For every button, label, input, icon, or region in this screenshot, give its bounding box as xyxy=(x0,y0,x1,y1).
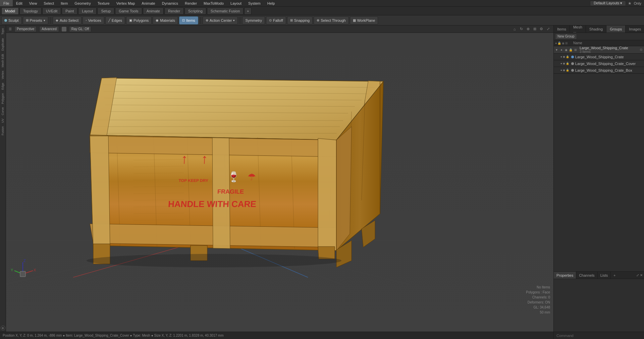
raygl-button[interactable]: Ray GL: Off xyxy=(69,26,92,32)
menu-view[interactable]: View xyxy=(26,0,41,6)
vertices-button[interactable]: ◦ Vertices xyxy=(83,16,104,24)
action-center-button[interactable]: ⊕ Action Center ▾ xyxy=(203,16,238,24)
channels-stat: Channels: 0 xyxy=(526,295,550,300)
sidebar-tab-vertex[interactable]: Vertex xyxy=(0,69,6,81)
right-tab-images[interactable]: Images xyxy=(626,25,644,32)
menu-select[interactable]: Select xyxy=(40,0,57,6)
symmetry-button[interactable]: Symmetry xyxy=(242,16,265,24)
group-render-icon: ◉ xyxy=(564,48,568,52)
select-through-button[interactable]: ⊗ Select Through xyxy=(314,16,348,24)
viewport-zoom-icon[interactable]: ⊕ xyxy=(525,26,531,32)
rb-icon-popout[interactable]: ⤢ xyxy=(636,273,639,277)
presets-button[interactable]: ⊞ Presets ▾ xyxy=(23,16,48,24)
menu-vertex-map[interactable]: Vertex Map xyxy=(113,0,139,6)
tab-model[interactable]: Model xyxy=(1,7,19,15)
snapping-icon: ⊞ xyxy=(290,18,293,22)
viewport-stats: No Items Polygons : Face Channels: 0 Def… xyxy=(526,285,550,315)
menu-bar: File Edit View Select Item Geometry Text… xyxy=(0,0,644,7)
tree-item-box[interactable]: ● ◉ 🔒 Large_Wood_Shipping_Crate_Box xyxy=(554,67,644,74)
menu-system[interactable]: System xyxy=(245,0,264,6)
expand-sidebar-button[interactable]: ⊕ xyxy=(1,326,5,330)
tab-topology[interactable]: Topology xyxy=(19,7,42,15)
tab-game-tools[interactable]: Game Tools xyxy=(115,7,142,15)
rb-tab-right-icons: ⤢ ✕ xyxy=(636,273,644,277)
add-tab-button[interactable]: + xyxy=(244,7,252,15)
polygons-stat: Polygons : Face xyxy=(526,290,550,295)
sidebar-tab-mesh-edit[interactable]: Mesh Edit xyxy=(0,53,6,69)
tab-paint[interactable]: Paint xyxy=(62,7,77,15)
rb-tab-lists[interactable]: Lists xyxy=(598,272,611,279)
menu-geometry[interactable]: Geometry xyxy=(71,0,94,6)
rb-tab-add[interactable]: + xyxy=(611,272,618,279)
color-box[interactable] xyxy=(62,27,66,31)
svg-text:☂: ☂ xyxy=(248,172,256,182)
sidebar-tab-duplicate[interactable]: Duplicate xyxy=(0,37,6,52)
materials-button[interactable]: ◉ Materials xyxy=(153,16,178,24)
menu-dynamics[interactable]: Dynamics xyxy=(159,0,181,6)
menu-layout[interactable]: Layout xyxy=(227,0,245,6)
sidebar-tab-fusion[interactable]: Fusion xyxy=(0,125,6,137)
viewport-menu-icon[interactable]: ☰ xyxy=(9,27,12,31)
sidebar-tab-curve[interactable]: Curve xyxy=(0,106,6,117)
viewport[interactable]: ☰ Perspective Advanced Ray GL: Off ⌂ ↻ ⊕… xyxy=(6,25,553,332)
items-button[interactable]: ⊡ Items xyxy=(179,16,198,24)
menu-file[interactable]: File xyxy=(0,0,13,6)
tab-layout[interactable]: Layout xyxy=(78,7,97,15)
perspective-button[interactable]: Perspective xyxy=(14,26,37,32)
viewport-rotate-icon[interactable]: ↻ xyxy=(519,26,524,32)
tab-uvedit[interactable]: UVEdit xyxy=(42,7,61,15)
svg-text:Y: Y xyxy=(11,268,13,272)
sculpt-button[interactable]: Sculpt xyxy=(1,16,22,24)
rb-tab-properties[interactable]: Properties xyxy=(554,272,576,279)
viewport-3d[interactable]: ↑ ↑ 🍷 ☂ FRAGILE TOP KEEP DRY HANDLE WITH… xyxy=(6,33,553,332)
layouts-dropdown[interactable]: Default Layouts ▾ xyxy=(590,1,626,6)
viewport-expand-icon[interactable]: ⤢ xyxy=(545,26,551,32)
menu-maxtomodo[interactable]: MaxToModo xyxy=(200,0,227,6)
workplane-label: WorkPlane xyxy=(357,18,375,22)
tree-item-cover[interactable]: ● ◉ 🔒 Large_Wood_Shipping_Crate_Cover xyxy=(554,60,644,67)
tab-schematic-fusion[interactable]: Schematic Fusion xyxy=(207,7,244,15)
sidebar-tab-uv[interactable]: UV xyxy=(0,117,6,124)
rb-icon-close[interactable]: ✕ xyxy=(640,273,643,277)
right-tab-mesh[interactable]: Mesh ... xyxy=(570,25,586,32)
right-tab-items[interactable]: Items xyxy=(554,25,570,32)
advanced-button[interactable]: Advanced xyxy=(39,26,59,32)
menu-help[interactable]: Help xyxy=(264,0,278,6)
tree-group-large-crate[interactable]: ▼ ● ◉ 🔒 ⊞ Large_Wood_Shipping_Crate 3 It… xyxy=(554,46,644,54)
edges-button[interactable]: ╱ Edges xyxy=(105,16,125,24)
menu-item[interactable]: Item xyxy=(57,0,71,6)
command-bar[interactable]: Command xyxy=(553,332,644,339)
right-bottom-content xyxy=(554,279,644,332)
symmetry-label: Symmetry xyxy=(245,18,262,22)
tab-render[interactable]: Render xyxy=(164,7,184,15)
sidebar-tab-polygon[interactable]: Polygon xyxy=(0,92,6,106)
tree-item-crate[interactable]: ● ◉ 🔒 Large_Wood_Shipping_Crate xyxy=(554,54,644,60)
snapping-button[interactable]: ⊞ Snapping xyxy=(287,16,313,24)
menu-animate[interactable]: Animate xyxy=(138,0,158,6)
menu-render[interactable]: Render xyxy=(181,0,200,6)
tab-animate[interactable]: Animate xyxy=(143,7,164,15)
auto-select-button[interactable]: ◈ Auto Select xyxy=(53,16,82,24)
item-eye-icon-2: ● xyxy=(560,62,562,65)
falloff-button[interactable]: ⊙ Falloff xyxy=(266,16,286,24)
tab-scripting[interactable]: Scripting xyxy=(184,7,206,15)
workplane-button[interactable]: ▦ WorkPlane xyxy=(350,16,378,24)
tab-setup[interactable]: Setup xyxy=(97,7,114,15)
right-tab-shading[interactable]: Shading xyxy=(586,25,606,32)
viewport-home-icon[interactable]: ⌂ xyxy=(512,26,517,32)
sidebar-tab-topo[interactable]: Topo xyxy=(0,27,6,36)
rb-tab-channels[interactable]: Channels xyxy=(576,272,597,279)
polygons-button[interactable]: ▣ Polygons xyxy=(126,16,152,24)
materials-label: Materials xyxy=(160,18,175,22)
viewport-settings-icon[interactable]: ⚙ xyxy=(539,26,544,32)
menu-texture[interactable]: Texture xyxy=(94,0,113,6)
svg-marker-37 xyxy=(90,136,110,247)
menu-edit[interactable]: Edit xyxy=(13,0,26,6)
right-tab-groups[interactable]: Groups xyxy=(606,25,626,32)
sidebar-tab-edge[interactable]: Edge xyxy=(0,81,6,91)
new-group-button[interactable]: New Group xyxy=(555,33,577,40)
viewport-fit-icon[interactable]: ⊞ xyxy=(532,26,537,32)
select-through-label: Select Through xyxy=(321,18,345,22)
group-options-icon[interactable]: ⚙ xyxy=(640,48,643,52)
tab-bar: Model Topology UVEdit Paint Layout Setup… xyxy=(0,7,644,15)
